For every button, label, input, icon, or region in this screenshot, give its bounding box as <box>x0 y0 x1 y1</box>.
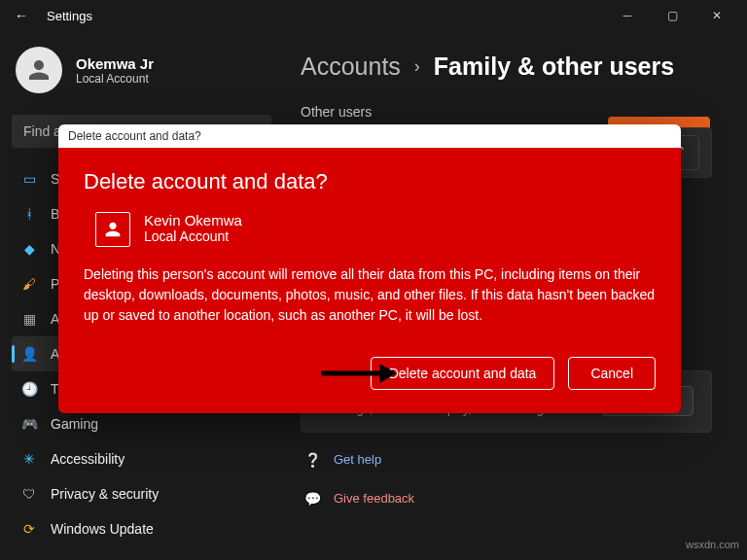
window-title: Settings <box>47 9 605 23</box>
delete-account-dialog: Delete account and data? Delete account … <box>58 124 681 413</box>
profile-sub: Local Account <box>76 72 154 86</box>
person-icon <box>95 212 130 247</box>
cancel-button[interactable]: Cancel <box>568 357 656 390</box>
close-button[interactable]: ✕ <box>694 0 739 31</box>
dialog-titlebar: Delete account and data? <box>58 124 681 148</box>
dialog-message: Deleting this person's account will remo… <box>84 264 656 326</box>
help-icon: ❔ <box>304 452 320 468</box>
get-help-link[interactable]: ❔ Get help <box>301 440 712 479</box>
profile-name: Okemwa Jr <box>76 55 154 72</box>
update-icon: ⟳ <box>21 521 37 537</box>
accessibility-icon: ✳ <box>21 451 37 467</box>
watermark: wsxdn.com <box>686 539 739 550</box>
clock-icon: 🕘 <box>21 381 37 397</box>
bluetooth-icon: ᚼ <box>21 206 37 222</box>
apps-icon: ▦ <box>21 311 37 327</box>
nav-label: Privacy & security <box>51 486 159 502</box>
nav-update[interactable]: ⟳Windows Update <box>12 511 271 546</box>
dialog-user-type: Local Account <box>144 228 242 244</box>
give-feedback-link[interactable]: 💬 Give feedback <box>301 479 712 518</box>
nav-label: Gaming <box>51 416 98 432</box>
link-label: Get help <box>334 452 381 467</box>
person-icon: 👤 <box>21 346 37 362</box>
feedback-icon: 💬 <box>304 491 320 507</box>
wifi-icon: ◆ <box>21 241 37 257</box>
brush-icon: 🖌 <box>21 276 37 292</box>
breadcrumb-current: Family & other users <box>434 52 674 81</box>
delete-confirm-button[interactable]: Delete account and data <box>371 357 555 390</box>
gaming-icon: 🎮 <box>21 416 37 432</box>
maximize-button[interactable]: ▢ <box>650 0 694 31</box>
chevron-right-icon: › <box>414 56 420 77</box>
shield-icon: 🛡 <box>21 486 37 502</box>
back-button[interactable]: ← <box>8 8 35 23</box>
dialog-heading: Delete account and data? <box>84 169 656 194</box>
system-icon: ▭ <box>21 171 37 187</box>
avatar <box>16 47 62 93</box>
nav-privacy[interactable]: 🛡Privacy & security <box>12 476 271 511</box>
minimize-button[interactable]: ─ <box>605 0 650 31</box>
dialog-user-name: Kevin Okemwa <box>144 212 242 228</box>
nav-label: Accessibility <box>51 451 124 467</box>
nav-label: Windows Update <box>51 521 154 537</box>
svg-marker-1 <box>379 364 397 383</box>
breadcrumb: Accounts › Family & other users <box>301 52 712 81</box>
annotation-arrow <box>319 361 397 390</box>
breadcrumb-parent[interactable]: Accounts <box>301 52 401 81</box>
profile-block[interactable]: Okemwa Jr Local Account <box>12 43 271 97</box>
link-label: Give feedback <box>334 491 414 506</box>
nav-accessibility[interactable]: ✳Accessibility <box>12 441 271 476</box>
